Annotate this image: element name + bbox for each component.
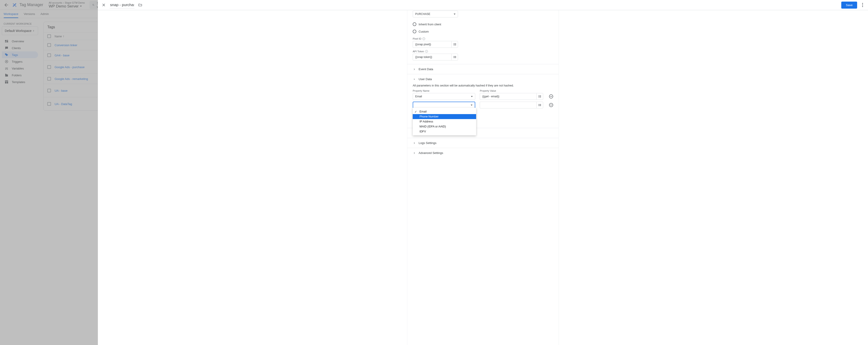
caret-down-icon xyxy=(471,104,472,106)
tag-editor-modal: Save PURCHASE Inherit from client xyxy=(98,0,868,345)
property-name-select-2[interactable] xyxy=(413,102,475,108)
variable-picker-icon[interactable] xyxy=(452,54,458,60)
more-menu-icon[interactable] xyxy=(861,2,864,8)
prop-name-label: Property Name xyxy=(413,89,475,92)
option-ip[interactable]: IP Address xyxy=(413,119,476,124)
svg-rect-7 xyxy=(454,44,455,45)
pixel-id-label: Pixel ID ? xyxy=(413,37,553,40)
remove-row-icon[interactable] xyxy=(549,94,553,98)
svg-rect-20 xyxy=(540,105,541,106)
help-icon[interactable]: ? xyxy=(425,50,428,53)
property-value-input-1[interactable] xyxy=(480,93,536,100)
radio-custom[interactable]: Custom xyxy=(413,28,553,35)
modal-overlay: Save PURCHASE Inherit from client xyxy=(0,0,868,345)
prop-value-label: Property Value xyxy=(480,89,543,92)
property-value-input-2[interactable] xyxy=(480,102,536,108)
variable-picker-icon[interactable] xyxy=(452,41,458,48)
svg-rect-12 xyxy=(455,57,456,58)
svg-rect-13 xyxy=(539,96,539,96)
option-maid[interactable]: MAID (IDFA or AAID) xyxy=(413,124,476,129)
svg-rect-15 xyxy=(539,97,539,97)
save-button[interactable]: Save xyxy=(841,2,857,9)
caret-down-icon xyxy=(471,96,473,97)
svg-rect-6 xyxy=(455,43,456,44)
caret-down-icon xyxy=(454,13,456,15)
folder-icon[interactable] xyxy=(138,3,142,7)
svg-rect-18 xyxy=(540,104,541,105)
radio-inherit[interactable]: Inherit from client xyxy=(413,21,553,28)
hash-hint: All parameters in this section will be a… xyxy=(413,84,553,87)
pixel-id-input[interactable] xyxy=(413,41,452,48)
svg-rect-11 xyxy=(454,57,455,58)
property-name-dropdown: ✓Email Phone Number IP Address MAID (IDF… xyxy=(413,108,476,135)
chevron-right-icon xyxy=(413,152,416,155)
chevron-right-icon xyxy=(413,68,416,71)
close-icon[interactable] xyxy=(101,3,106,7)
svg-rect-5 xyxy=(454,43,455,44)
svg-rect-10 xyxy=(455,56,456,57)
user-data-body: All parameters in this section will be a… xyxy=(407,84,559,128)
chevron-right-icon xyxy=(413,142,416,145)
svg-rect-14 xyxy=(540,96,541,96)
event-type-select[interactable]: PURCHASE xyxy=(413,11,458,18)
accordion-event-data[interactable]: Event Data xyxy=(407,64,559,74)
svg-rect-17 xyxy=(539,104,539,105)
radio-icon xyxy=(413,30,416,33)
option-idfv[interactable]: IDFV xyxy=(413,129,476,134)
tag-name-input[interactable] xyxy=(110,2,134,8)
accordion-advanced-settings[interactable]: Advanced Settings xyxy=(407,148,559,158)
svg-rect-19 xyxy=(539,105,539,106)
api-token-label: API Token ? xyxy=(413,50,553,53)
modal-header: Save xyxy=(98,0,868,10)
accordion-user-data[interactable]: User Data xyxy=(407,74,559,84)
api-token-input[interactable] xyxy=(413,54,452,60)
option-email[interactable]: ✓Email xyxy=(413,109,476,114)
chevron-down-icon xyxy=(413,77,416,81)
variable-picker-icon[interactable] xyxy=(536,102,543,108)
option-phone[interactable]: Phone Number xyxy=(413,114,476,119)
property-name-select-1[interactable]: Email xyxy=(413,93,475,100)
svg-rect-9 xyxy=(454,56,455,57)
remove-row-icon[interactable] xyxy=(549,103,553,107)
help-icon[interactable]: ? xyxy=(423,37,425,40)
radio-icon xyxy=(413,23,416,26)
svg-rect-16 xyxy=(540,97,541,97)
svg-rect-8 xyxy=(455,44,456,45)
variable-picker-icon[interactable] xyxy=(536,93,543,100)
check-icon: ✓ xyxy=(414,110,417,114)
accordion-logs-settings[interactable]: Logs Settings xyxy=(407,138,559,148)
